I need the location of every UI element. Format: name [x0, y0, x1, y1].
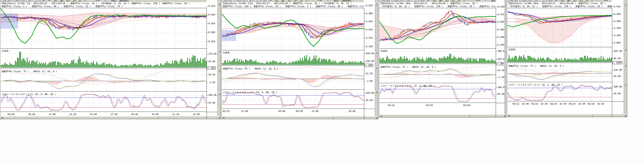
- period-week-button[interactable]: 週: [280, 0, 284, 2]
- axis-scroll-down-button[interactable]: ▼: [375, 90, 378, 93]
- bars-label: 本数: [95, 0, 100, 2]
- axis-scroll-down-button[interactable]: ▼: [624, 83, 627, 86]
- chart-plot-area[interactable]: [222, 8, 364, 109]
- instrument-type-select[interactable]: 先物▼: [222, 0, 232, 2]
- period-minute-button[interactable]: 分: [579, 0, 582, 2]
- horizontal-scrollbar[interactable]: ◄►: [222, 116, 378, 119]
- contract-select[interactable]: 11/06▼: [34, 0, 45, 2]
- instrument-select[interactable]: 日経225mini▼: [520, 0, 538, 2]
- instrument-type-value: 先物: [224, 0, 228, 1]
- multi-symbol-button[interactable]: 複数銘柄: [118, 0, 128, 2]
- bars-value-spinner[interactable]: 500: [325, 0, 330, 2]
- period-month-button[interactable]: 月: [287, 0, 291, 2]
- scroll-left-button[interactable]: ◄: [508, 114, 510, 116]
- instrument-type-select[interactable]: 先物▼: [380, 0, 389, 2]
- axis-value-label: 45.00: [206, 102, 215, 104]
- scroll-right-button[interactable]: ►: [503, 115, 506, 117]
- scrollbar-thumb[interactable]: [4, 116, 158, 119]
- horizontal-scrollbar[interactable]: ◄►: [1, 116, 220, 119]
- scroll-right-button[interactable]: ►: [375, 116, 378, 118]
- axis-value-label: 9,520: [496, 6, 504, 8]
- apply-button[interactable]: 適用: [490, 0, 496, 2]
- period-minute-button[interactable]: 分: [72, 0, 76, 2]
- bars-value-spinner[interactable]: 500: [482, 0, 488, 2]
- scrollbar-thumb[interactable]: [225, 116, 333, 119]
- period-day-button[interactable]: 日: [274, 0, 278, 2]
- axis-scroll-down-button[interactable]: ▼: [505, 65, 506, 67]
- bars-value-spinner[interactable]: 500: [102, 0, 108, 2]
- scrollbar-thumb[interactable]: [510, 114, 592, 117]
- period-tick-button[interactable]: 1: [585, 0, 588, 2]
- scrollbar-thumb[interactable]: [382, 115, 470, 117]
- instrument-select[interactable]: 日経225mini▼: [392, 0, 410, 2]
- period-month-button[interactable]: 月: [572, 0, 576, 2]
- stochastics-section-label: スロー・ストキャスティクス( 14, 3, 80, 20 ): [508, 83, 562, 86]
- scroll-right-button[interactable]: ►: [624, 114, 627, 116]
- period-week-button[interactable]: 週: [566, 0, 570, 2]
- instrument-select[interactable]: 日経225mini▼: [13, 0, 31, 2]
- period-tick-button[interactable]: 1: [457, 0, 460, 2]
- scroll-left-button[interactable]: ◄: [1, 116, 3, 118]
- contract-select[interactable]: 11/06▼: [255, 0, 266, 2]
- instrument-type-select[interactable]: 先物▼: [1, 0, 10, 2]
- axis-scroll-down-button[interactable]: ▼: [624, 2, 627, 5]
- chart-plot-area[interactable]: [1, 8, 206, 112]
- scroll-left-button[interactable]: ◄: [380, 115, 382, 117]
- minute-value-spinner[interactable]: 15: [310, 0, 315, 2]
- axis-scroll-down-button[interactable]: ▼: [505, 84, 506, 86]
- minute-value-spinner[interactable]: 5: [89, 0, 92, 2]
- period-minute-button[interactable]: 分: [293, 0, 297, 2]
- minute-value-spinner[interactable]: 60: [596, 0, 600, 2]
- period-day-button[interactable]: 日: [432, 0, 436, 2]
- price-axis: × 1000 9,5459,4409,3409,2409,1409,040205…: [612, 0, 624, 117]
- axis-scroll-down-button[interactable]: ▼: [375, 2, 378, 5]
- axis-value-text: 9,340: [498, 36, 504, 38]
- multi-symbol-button[interactable]: 複数銘柄: [341, 0, 351, 2]
- contract-select[interactable]: 11/06▼: [540, 0, 552, 2]
- axis-scroll-down-button[interactable]: ▼: [218, 69, 221, 72]
- period-day-button[interactable]: 日: [53, 0, 57, 2]
- axis-scroll-down-button[interactable]: ▼: [624, 64, 627, 66]
- period-month-button[interactable]: 月: [444, 0, 448, 2]
- instrument-select[interactable]: 日経225mini▼: [234, 0, 252, 2]
- axis-value-text: 9,040: [614, 42, 620, 44]
- instrument-type-value: 先物: [2, 0, 6, 1]
- contract-value: 11/06: [35, 0, 41, 1]
- period-month-button[interactable]: 月: [66, 0, 70, 2]
- axis-scroll-down-button[interactable]: ▼: [624, 48, 627, 50]
- time-axis-label: 03/28: [296, 110, 303, 112]
- contract-select[interactable]: 11/06▼: [412, 0, 424, 2]
- axis-value-label: 700.00: [496, 50, 506, 52]
- axis-scroll-down-button[interactable]: ▼: [218, 49, 221, 52]
- volume-multiplier-badge: × 100: [496, 62, 505, 65]
- minute-value-spinner[interactable]: 30: [468, 0, 472, 2]
- period-tick-button[interactable]: 1: [299, 0, 302, 2]
- period-tick-button[interactable]: 1: [78, 0, 81, 2]
- bars-label: 本数: [603, 0, 608, 2]
- apply-button[interactable]: 適用: [110, 0, 116, 2]
- axis-scroll-down-button[interactable]: ▼: [218, 2, 221, 5]
- scroll-right-button[interactable]: ►: [218, 116, 220, 118]
- apply-button[interactable]: 適用: [333, 0, 339, 2]
- period-week-button[interactable]: 週: [60, 0, 63, 2]
- axis-value-label: 9,480: [364, 12, 372, 15]
- ashi-label: 足: [555, 0, 558, 2]
- axis-scroll-down-button[interactable]: ▼: [375, 51, 378, 54]
- chart-plot-area[interactable]: [380, 8, 496, 103]
- bars-label: 本数: [475, 0, 480, 2]
- axis-value-label: 190.00: [364, 60, 374, 62]
- period-week-button[interactable]: 週: [438, 0, 442, 2]
- contract-value: 11/06: [542, 0, 548, 1]
- scroll-left-button[interactable]: ◄: [222, 116, 224, 118]
- chart-workspace: 先物▼ 日経225mini▼ 11/06▼ 足 日 週 月 分 1 分 5 本数…: [0, 0, 644, 164]
- axis-scroll-down-button[interactable]: ▼: [505, 2, 506, 5]
- instrument-type-select[interactable]: 先物▼: [508, 0, 517, 2]
- period-minute-button[interactable]: 分: [451, 0, 454, 2]
- axis-scroll-down-button[interactable]: ▼: [505, 49, 506, 52]
- chart-plot-area[interactable]: [508, 8, 612, 102]
- period-day-button[interactable]: 日: [560, 0, 564, 2]
- horizontal-scrollbar[interactable]: ◄►: [508, 114, 627, 117]
- axis-scroll-down-button[interactable]: ▼: [218, 92, 221, 95]
- horizontal-scrollbar[interactable]: ◄►: [380, 114, 506, 117]
- axis-scroll-down-button[interactable]: ▼: [375, 66, 378, 69]
